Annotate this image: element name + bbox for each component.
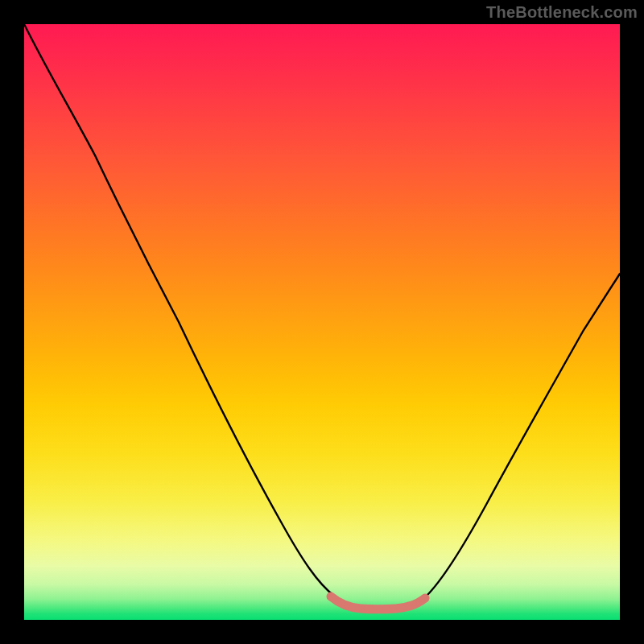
- chart-svg: [24, 24, 620, 620]
- watermark-text: TheBottleneck.com: [486, 3, 638, 22]
- bottleneck-curve: [24, 24, 620, 608]
- plot-area: [24, 24, 620, 620]
- curve-path: [24, 24, 620, 608]
- highlight-path: [331, 597, 425, 609]
- optimal-range-highlight: [331, 597, 425, 609]
- chart-frame: TheBottleneck.com: [0, 0, 644, 644]
